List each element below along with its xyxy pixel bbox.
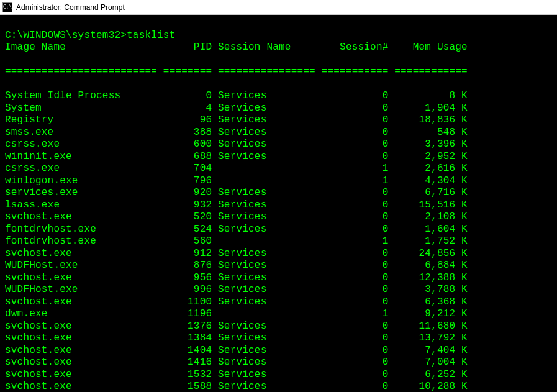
prompt-line: C:\WINDOWS\system32>tasklist bbox=[5, 30, 175, 41]
table-row: wininit.exe 688 Services 0 2,952 K bbox=[5, 151, 552, 163]
table-row: svchost.exe 1376 Services 0 11,680 K bbox=[5, 321, 552, 333]
table-row: svchost.exe 1404 Services 0 7,404 K bbox=[5, 345, 552, 357]
table-row: csrss.exe 704 1 2,616 K bbox=[5, 163, 552, 175]
table-row: winlogon.exe 796 1 4,304 K bbox=[5, 175, 552, 188]
table-row: svchost.exe 956 Services 0 12,388 K bbox=[5, 272, 552, 285]
table-header-row: Image Name PID Session Name Session# Mem… bbox=[5, 42, 552, 54]
terminal-output[interactable]: C:\WINDOWS\system32>tasklist Image Name … bbox=[0, 15, 557, 392]
table-row: services.exe 920 Services 0 6,716 K bbox=[5, 187, 552, 199]
table-row: svchost.exe 912 Services 0 24,856 K bbox=[5, 248, 552, 260]
table-row: fontdrvhost.exe 560 1 1,752 K bbox=[5, 235, 552, 248]
table-row: dwm.exe 1196 1 9,212 K bbox=[5, 308, 552, 321]
cmd-icon: C:\ bbox=[2, 2, 12, 12]
table-row: svchost.exe 1588 Services 0 10,288 K bbox=[5, 381, 552, 392]
table-body: System Idle Process 0 Services 0 8 KSyst… bbox=[5, 90, 552, 392]
table-row: svchost.exe 1532 Services 0 6,252 K bbox=[5, 369, 552, 381]
table-row: fontdrvhost.exe 524 Services 0 1,604 K bbox=[5, 224, 552, 236]
table-row: WUDFHost.exe 876 Services 0 6,884 K bbox=[5, 260, 552, 272]
table-row: svchost.exe 520 Services 0 2,108 K bbox=[5, 211, 552, 224]
table-row: svchost.exe 1100 Services 0 6,368 K bbox=[5, 296, 552, 309]
table-separator-row: ========================= ======== =====… bbox=[5, 66, 552, 78]
window-title-bar: C:\ Administrator: Command Prompt bbox=[0, 0, 557, 15]
table-row: System Idle Process 0 Services 0 8 K bbox=[5, 90, 552, 103]
table-row: svchost.exe 1384 Services 0 13,792 K bbox=[5, 332, 552, 345]
table-row: svchost.exe 1416 Services 0 7,004 K bbox=[5, 357, 552, 369]
table-row: Registry 96 Services 0 18,836 K bbox=[5, 114, 552, 127]
prompt-path: C:\WINDOWS\system32> bbox=[5, 30, 127, 41]
table-row: System 4 Services 0 1,904 K bbox=[5, 103, 552, 115]
table-row: WUDFHost.exe 996 Services 0 3,788 K bbox=[5, 284, 552, 296]
table-row: smss.exe 388 Services 0 548 K bbox=[5, 127, 552, 139]
window-title: Administrator: Command Prompt bbox=[16, 3, 125, 12]
prompt-command: tasklist bbox=[127, 30, 175, 41]
table-row: csrss.exe 600 Services 0 3,396 K bbox=[5, 139, 552, 151]
table-row: lsass.exe 932 Services 0 15,516 K bbox=[5, 199, 552, 212]
